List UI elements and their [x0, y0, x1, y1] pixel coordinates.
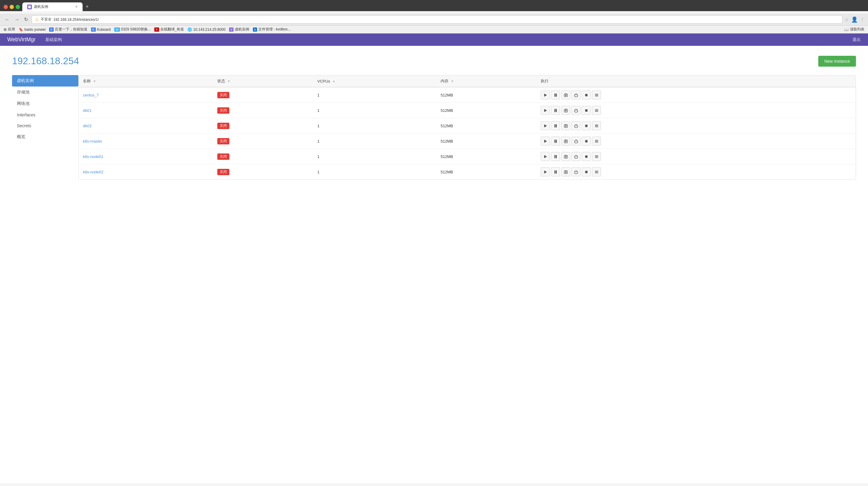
svg-point-32: [565, 141, 567, 142]
svg-marker-19: [544, 124, 547, 127]
svg-rect-45: [595, 157, 598, 158]
new-instance-button[interactable]: New Instance: [818, 56, 856, 67]
pause-btn[interactable]: [551, 167, 560, 176]
menu-btn[interactable]: [592, 136, 601, 146]
power-btn[interactable]: [571, 90, 581, 99]
vm-link-db01[interactable]: db01: [83, 108, 92, 113]
snapshot-btn[interactable]: [561, 167, 570, 176]
bookmark-vm[interactable]: V 虚机实例: [229, 27, 249, 32]
action-buttons-db01: [541, 106, 851, 115]
svg-rect-52: [595, 171, 598, 171]
tab-close-btn[interactable]: ✕: [75, 5, 78, 9]
instances-table-area: 名称 ▼ 状态 ▼ VCPUs ▼: [79, 75, 856, 180]
pause-btn[interactable]: [551, 106, 560, 115]
vm-link-k8s-master[interactable]: k8s-master: [83, 139, 102, 144]
bookmark-reading-list[interactable]: 📖 读取列表: [844, 27, 864, 32]
stop-btn[interactable]: [582, 121, 591, 130]
pause-btn[interactable]: [551, 90, 560, 99]
menu-btn[interactable]: [592, 167, 601, 176]
snapshot-btn[interactable]: [561, 90, 570, 99]
start-btn[interactable]: [541, 106, 550, 115]
vm-link-k8s-node01[interactable]: k8s-node01: [83, 154, 103, 159]
sidebar-item-storage[interactable]: 存储池: [12, 87, 79, 98]
menu-btn[interactable]: [592, 106, 601, 115]
snapshot-btn[interactable]: [561, 152, 570, 161]
bookmark-kodbox[interactable]: k 文件管理 - kodbox...: [253, 27, 290, 32]
stop-btn[interactable]: [582, 167, 591, 176]
snapshot-btn[interactable]: [561, 106, 570, 115]
sidebar-item-secrets[interactable]: Secrets: [12, 120, 79, 131]
cell-status: 关闭: [213, 103, 313, 118]
bookmark-kuboard[interactable]: K Kuboard: [91, 27, 111, 32]
stop-btn[interactable]: [582, 152, 591, 161]
vm-link-centos_7[interactable]: centos_7: [83, 93, 99, 97]
sort-icon-name: ▼: [93, 80, 96, 83]
power-btn[interactable]: [571, 121, 581, 130]
back-btn[interactable]: ←: [4, 16, 11, 23]
svg-rect-44: [595, 156, 598, 157]
power-btn[interactable]: [571, 106, 581, 115]
svg-marker-10: [544, 109, 547, 112]
sort-icon-vcpus: ▼: [333, 80, 336, 83]
sidebar-item-overview[interactable]: 概览: [12, 131, 79, 143]
tab-title: 虚机实例: [34, 4, 48, 9]
bookmark-0329[interactable]: W 0329 S9820替换...: [114, 27, 151, 32]
col-memory[interactable]: 内存 ▼: [436, 75, 536, 87]
vm-link-k8s-node02[interactable]: k8s-node02: [83, 170, 103, 174]
new-tab-btn[interactable]: +: [83, 2, 91, 11]
start-btn[interactable]: [541, 121, 550, 130]
stop-btn[interactable]: [582, 136, 591, 146]
url-bar[interactable]: ⚠ 不安全 192.168.18.254/instances/1/: [32, 16, 842, 24]
cell-name: k8s-node02: [79, 164, 213, 180]
sidebar-item-interfaces[interactable]: Interfaces: [12, 110, 79, 120]
bookmark-ip[interactable]: 🌐 10.143.214.25:8000: [187, 27, 225, 32]
forward-btn[interactable]: →: [13, 16, 21, 23]
nav-link-infrastructure[interactable]: 基础架构: [45, 37, 62, 42]
status-badge-k8s-master: 关闭: [217, 138, 229, 144]
bookmark-baidu-yunwei[interactable]: 🔖 baidu yunwei: [19, 27, 45, 32]
col-vcpus[interactable]: VCPUs ▼: [313, 75, 436, 87]
power-btn[interactable]: [571, 136, 581, 146]
start-btn[interactable]: [541, 136, 550, 146]
bookmark-youdao[interactable]: Y 在线翻译_有道: [154, 27, 184, 32]
bookmark-star-btn[interactable]: ☆: [845, 17, 849, 22]
cell-memory: 512MB: [436, 103, 536, 118]
pause-btn[interactable]: [551, 136, 560, 146]
extensions-btn[interactable]: ⋮: [860, 17, 864, 22]
vm-link-db02[interactable]: db02: [83, 124, 92, 128]
start-btn[interactable]: [541, 167, 550, 176]
col-name[interactable]: 名称 ▼: [79, 75, 213, 87]
start-btn[interactable]: [541, 152, 550, 161]
active-tab[interactable]: 虚机实例 ✕: [22, 2, 83, 11]
profile-btn[interactable]: 👤: [851, 16, 858, 23]
power-btn[interactable]: [571, 152, 581, 161]
bookmark-apps[interactable]: ⊞ 应用: [4, 27, 15, 32]
maximize-window-btn[interactable]: [16, 5, 20, 9]
pause-btn[interactable]: [551, 121, 560, 130]
cell-name: db02: [79, 118, 213, 133]
reload-btn[interactable]: ↻: [23, 16, 29, 23]
power-btn[interactable]: [571, 167, 581, 176]
col-status[interactable]: 状态 ▼: [213, 75, 313, 87]
menu-btn[interactable]: [592, 152, 601, 161]
minimize-window-btn[interactable]: [10, 5, 14, 9]
svg-rect-3: [556, 93, 557, 96]
stop-btn[interactable]: [582, 90, 591, 99]
close-window-btn[interactable]: [4, 5, 8, 9]
w-icon: W: [114, 27, 120, 32]
sidebar-item-vm-instances[interactable]: 虚机实例: [12, 75, 79, 87]
svg-rect-8: [595, 95, 598, 95]
logout-button[interactable]: 退出: [852, 37, 861, 42]
bookmark-baidu[interactable]: B 百度一下，你就知道: [49, 27, 87, 32]
start-btn[interactable]: [541, 90, 550, 99]
menu-btn[interactable]: [592, 90, 601, 99]
snapshot-btn[interactable]: [561, 136, 570, 146]
svg-marker-1: [544, 93, 547, 96]
pause-btn[interactable]: [551, 152, 560, 161]
sidebar-item-network[interactable]: 网络池: [12, 98, 79, 110]
menu-btn[interactable]: [592, 121, 601, 130]
nav-links: 基础架构: [45, 37, 62, 42]
bookmark-label: 应用: [8, 27, 15, 32]
snapshot-btn[interactable]: [561, 121, 570, 130]
stop-btn[interactable]: [582, 106, 591, 115]
